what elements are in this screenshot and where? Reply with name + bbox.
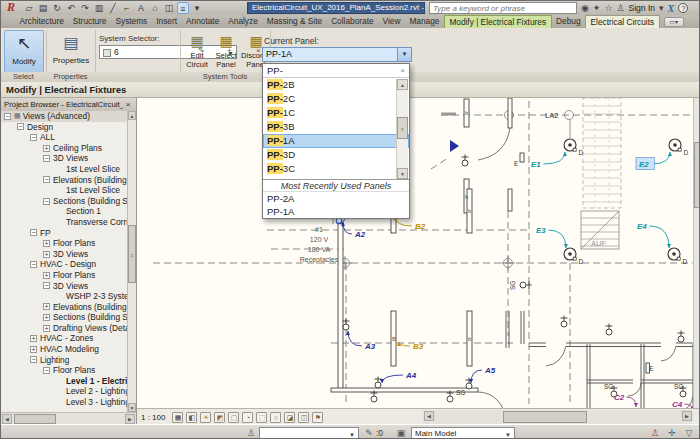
hide-isolate-icon[interactable]: ◪ bbox=[284, 412, 295, 423]
detail-level-icon[interactable]: ▦ bbox=[172, 412, 183, 423]
circuit-tag[interactable]: C4 bbox=[672, 400, 683, 408]
tab-structure[interactable]: Structure bbox=[68, 15, 111, 28]
tree-item[interactable]: +HVAC Modeling bbox=[1, 344, 128, 355]
tab-massing-site[interactable]: Massing & Site bbox=[262, 15, 326, 28]
visual-style-icon[interactable]: ◧ bbox=[186, 412, 197, 423]
tab-systems[interactable]: Systems bbox=[111, 15, 152, 28]
tree-item[interactable]: −FP bbox=[1, 228, 128, 239]
expand-icon[interactable]: + bbox=[43, 240, 50, 247]
tree-item[interactable]: +Drafting Views (Detail bbox=[1, 323, 128, 334]
collapse-icon[interactable]: − bbox=[43, 367, 50, 374]
modify-button[interactable]: ↖ Modify bbox=[4, 30, 44, 76]
tree-item[interactable]: +HVAC - Zones bbox=[1, 333, 128, 344]
tree-item[interactable]: +Floor Plans bbox=[1, 238, 128, 249]
project-browser-hscrollbar[interactable]: ◀ ▶ bbox=[1, 412, 136, 424]
drawing-canvas[interactable]: DDDDLA2AUFSGSGSGSGEEbbbbBb#1120 V180 VAR… bbox=[137, 98, 700, 424]
receptacle-symbol[interactable] bbox=[343, 319, 350, 331]
edit-circuit-button[interactable]: ▦✎ Edit Circuit bbox=[183, 30, 211, 78]
communication-center-icon[interactable]: ✦ bbox=[593, 3, 601, 13]
filter-icon[interactable]: ▽ bbox=[683, 427, 695, 439]
section-icon[interactable]: ◫ bbox=[163, 2, 175, 14]
circuit-tag[interactable]: E1 bbox=[531, 160, 541, 169]
circuit-tag[interactable]: B3 bbox=[413, 342, 424, 351]
editable-only-icon[interactable]: ♙ bbox=[245, 427, 257, 439]
panel-list-item[interactable]: PP-3C bbox=[263, 162, 409, 176]
crop-view-icon[interactable]: ◔ bbox=[242, 412, 253, 423]
chevron-down-icon[interactable]: ▼ bbox=[397, 48, 411, 61]
circuit-tag[interactable]: A2 bbox=[354, 230, 366, 239]
open-icon[interactable]: ▱ bbox=[23, 2, 35, 14]
undo-icon[interactable]: ↶ bbox=[65, 2, 77, 14]
design-options-dropdown[interactable]: Main Model▼ bbox=[411, 427, 515, 439]
redo-icon[interactable]: ↷ bbox=[79, 2, 91, 14]
tree-item[interactable]: +Ceiling Plans bbox=[1, 143, 128, 154]
tab-collaborate[interactable]: Collaborate bbox=[327, 15, 378, 28]
project-browser-vscrollbar[interactable]: ▲ ≡ ▼ bbox=[127, 111, 136, 412]
user-icon[interactable]: ♙ bbox=[616, 3, 624, 13]
tree-item[interactable]: −Floor Plans bbox=[1, 365, 128, 376]
text-icon[interactable]: A bbox=[135, 2, 147, 14]
tree-item[interactable]: Section 1 bbox=[1, 206, 128, 217]
current-panel-dropdown[interactable]: PP-1A ▼ bbox=[262, 47, 412, 62]
sign-in-button[interactable]: Sign In bbox=[629, 3, 655, 13]
properties-button[interactable]: ▤ Properties bbox=[49, 30, 93, 76]
circuit-tag[interactable]: B2 bbox=[415, 222, 426, 231]
collapse-icon[interactable]: − bbox=[30, 356, 37, 363]
expand-icon[interactable]: + bbox=[30, 335, 37, 342]
collapse-icon[interactable]: − bbox=[43, 198, 50, 205]
scroll-up-icon[interactable]: ▲ bbox=[128, 111, 136, 120]
tab-architecture[interactable]: Architecture bbox=[15, 15, 68, 28]
help-icon[interactable]: ? bbox=[678, 3, 688, 13]
receptacle-symbol[interactable] bbox=[520, 282, 532, 289]
expand-icon[interactable]: + bbox=[43, 251, 50, 258]
circuit-tag[interactable]: C2 bbox=[614, 393, 625, 402]
sync-icon[interactable]: ↻ bbox=[51, 2, 63, 14]
exchange-apps-icon[interactable]: X bbox=[668, 3, 675, 14]
circuit-tag[interactable]: E4 bbox=[637, 222, 647, 231]
circuit-tag[interactable]: A5 bbox=[484, 366, 496, 375]
show-crop-icon[interactable]: ⬚ bbox=[256, 412, 267, 423]
mru-panel-item[interactable]: PP-1A bbox=[263, 205, 409, 218]
ribbon-options-button[interactable]: ▭▾ bbox=[664, 17, 684, 27]
expand-icon[interactable]: + bbox=[43, 272, 50, 279]
show-rendering-icon[interactable]: ▢ bbox=[228, 412, 239, 423]
scroll-right-icon[interactable]: ▶ bbox=[682, 411, 692, 421]
sun-path-icon[interactable]: ☀ bbox=[200, 412, 211, 423]
receptacle-symbol[interactable] bbox=[375, 377, 382, 389]
design-options-icon[interactable]: ▣ bbox=[395, 427, 407, 439]
thin-lines-icon[interactable]: ≡ bbox=[177, 2, 189, 14]
canvas-hscrollbar[interactable]: ◀ ▶ bbox=[423, 410, 693, 424]
expand-icon[interactable]: + bbox=[43, 145, 50, 152]
measure-icon[interactable]: ╱ bbox=[107, 2, 119, 14]
tab-insert[interactable]: Insert bbox=[152, 15, 182, 28]
panel-list-item[interactable]: PP-2C bbox=[263, 92, 409, 106]
scroll-thumb[interactable] bbox=[503, 411, 587, 423]
tree-item[interactable]: +Floor Plans bbox=[1, 270, 128, 281]
tab-debug[interactable]: Debug bbox=[552, 15, 585, 28]
tree-item[interactable]: −Lighting bbox=[1, 355, 128, 366]
exclude-options-icon[interactable]: ♙ bbox=[649, 427, 661, 439]
tab-electrical-circuits[interactable]: Electrical Circuits bbox=[585, 15, 660, 28]
tree-item[interactable]: +Elevations (Building El bbox=[1, 302, 128, 313]
search-icon[interactable]: ◉ bbox=[581, 3, 589, 13]
scroll-left-icon[interactable]: ◀ bbox=[2, 414, 12, 424]
shadows-icon[interactable]: ◩ bbox=[214, 412, 225, 423]
panel-list-item[interactable]: PP-3D bbox=[263, 148, 409, 162]
clear-search-icon[interactable]: × bbox=[400, 64, 405, 77]
favorites-icon[interactable]: ☆ bbox=[604, 3, 612, 13]
pencil-icon[interactable]: ✎ bbox=[363, 427, 375, 439]
tree-item[interactable]: −▦Views (Advanced) bbox=[1, 111, 128, 122]
scale-button[interactable]: 1 : 100 bbox=[141, 413, 165, 422]
tree-item[interactable]: −HVAC - Design bbox=[1, 259, 128, 270]
receptacle-symbol[interactable] bbox=[678, 331, 685, 343]
tree-item[interactable]: +Sections (Building Sec bbox=[1, 312, 128, 323]
tab-analyze[interactable]: Analyze bbox=[224, 15, 263, 28]
panel-list-item[interactable]: PP-2B bbox=[263, 78, 409, 92]
circuit-tag[interactable]: A3 bbox=[364, 342, 376, 351]
expand-icon[interactable]: + bbox=[43, 303, 50, 310]
receptacle-symbol[interactable] bbox=[561, 316, 568, 328]
collapse-icon[interactable]: − bbox=[43, 176, 50, 183]
mru-panel-item[interactable]: PP-2A bbox=[263, 192, 409, 205]
tree-item[interactable]: −ALL bbox=[1, 132, 128, 143]
tree-item[interactable]: −Design bbox=[1, 122, 128, 133]
